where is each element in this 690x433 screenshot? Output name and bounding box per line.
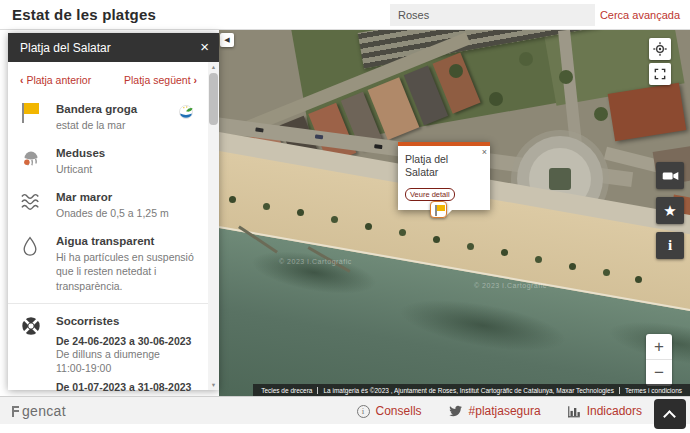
prev-chevron-icon: ‹	[20, 74, 24, 86]
list-item-jellyfish: Meduses Urticant	[8, 138, 219, 182]
satellite-map[interactable]: © 2023 I.Cartogràfic © 2023 I.Cartogràfi…	[219, 30, 690, 396]
footer-link-platjasegura[interactable]: #platjasegura	[448, 404, 541, 418]
list-item-flag: Bandera groga estat de la mar	[8, 94, 219, 138]
popup-close-icon[interactable]: ×	[482, 148, 487, 157]
item-subtitle: Hi ha partícules en suspensió que li res…	[56, 250, 197, 293]
advanced-search-link[interactable]: Cerca avançada	[600, 9, 680, 21]
droplet-icon	[20, 234, 46, 292]
item-title: Socorristes	[56, 314, 191, 329]
panel-collapse-button[interactable]: ◀	[220, 33, 234, 47]
beach-flag-marker[interactable]	[430, 201, 447, 218]
map-palm-trees	[229, 196, 236, 203]
map-watermark: © 2023 I.Cartogràfic	[474, 282, 547, 289]
schedule-period: De 01-07-2023 a 31-08-2023	[56, 381, 191, 393]
info-icon: i	[668, 237, 672, 254]
top-header: Estat de les platges Cerca avançada	[0, 0, 690, 30]
panel-scrollbar: ▲ ▼	[208, 62, 219, 390]
fullscreen-button[interactable]	[649, 63, 671, 85]
item-title: Mar maror	[56, 190, 169, 205]
fullscreen-icon	[653, 67, 667, 81]
gencat-mark-icon	[12, 406, 20, 417]
map-roundabout-center	[549, 168, 571, 190]
twitter-bird-icon	[448, 405, 463, 418]
footer-link-indicadors[interactable]: Indicadors	[567, 404, 642, 418]
map-building	[608, 83, 687, 142]
yellow-flag-icon	[20, 102, 46, 132]
search-input[interactable]	[390, 4, 595, 26]
favorites-button[interactable]: ★	[656, 197, 684, 224]
map-trees	[519, 52, 533, 66]
scrollbar-thumb[interactable]	[209, 73, 218, 125]
info-button[interactable]: i	[656, 232, 684, 259]
panel-header: Platja del Salatar ×	[8, 33, 219, 62]
schedule-hours: 11:00-19:00	[56, 361, 191, 375]
scroll-to-top-button[interactable]	[654, 399, 686, 429]
chevron-up-icon	[663, 410, 676, 423]
terms-link[interactable]: Termes i condicions	[619, 387, 687, 394]
list-item-sea-state: Mar maror Onades de 0,5 a 1,25 m	[8, 182, 219, 226]
star-icon: ★	[663, 202, 676, 220]
zoom-in-button[interactable]: +	[646, 334, 672, 360]
eco-quality-badge-icon	[177, 104, 195, 120]
beach-detail-panel: Platja del Salatar × ‹ Platja anterior P…	[8, 33, 219, 390]
collapse-arrow-icon: ◀	[224, 36, 229, 44]
next-beach-link[interactable]: Platja següent ›	[124, 74, 197, 86]
item-subtitle: Urticant	[56, 162, 105, 176]
item-title: Meduses	[56, 146, 105, 161]
footer-bar: gencat i Consells #platjasegura Indicado…	[0, 396, 690, 424]
next-chevron-icon: ›	[194, 74, 198, 86]
item-title: Aigua transparent	[56, 234, 197, 249]
video-camera-icon	[662, 169, 679, 183]
jellyfish-icon	[20, 146, 46, 176]
map-attribution: Tecles de drecera La imatgeria és ©2023 …	[253, 384, 690, 396]
item-subtitle: Onades de 0,5 a 1,25 m	[56, 206, 169, 220]
zoom-control: + −	[646, 334, 672, 386]
scroll-up-icon[interactable]: ▲	[208, 62, 219, 72]
imagery-credit: La imatgeria és ©2023 , Ajuntament de Ro…	[317, 387, 618, 394]
schedule-days: De dilluns a diumenge	[56, 347, 191, 361]
scroll-down-icon[interactable]: ▼	[208, 380, 219, 390]
waves-icon	[20, 190, 46, 220]
shortcuts-link[interactable]: Tecles de drecera	[256, 387, 317, 394]
map-popup: × Platja del Salatar Veure detall	[398, 142, 490, 210]
map-watermark: © 2023 I.Cartogràfic	[279, 258, 352, 265]
item-subtitle: estat de la mar	[56, 118, 137, 132]
info-circle-icon: i	[357, 405, 370, 418]
bar-chart-icon	[567, 405, 581, 418]
list-item-water-quality: Aigua transparent Hi ha partícules en su…	[8, 226, 219, 298]
panel-title: Platja del Salatar	[20, 41, 111, 55]
item-title: Bandera groga	[56, 102, 137, 117]
footer-link-consells[interactable]: i Consells	[357, 404, 422, 418]
footer-links: i Consells #platjasegura Indicadors	[357, 397, 642, 425]
schedule-period: De 24-06-2023 a 30-06-2023	[56, 335, 191, 347]
gencat-logo[interactable]: gencat	[12, 403, 66, 419]
zoom-out-button[interactable]: −	[646, 360, 672, 386]
app-window: Estat de les platges Cerca avançada	[0, 0, 690, 433]
panel-close-icon[interactable]: ×	[200, 39, 209, 54]
prev-beach-link[interactable]: ‹ Platja anterior	[20, 74, 91, 86]
locate-me-button[interactable]	[649, 38, 671, 60]
popup-detail-link[interactable]: Veure detall	[405, 188, 455, 201]
page-title: Estat de les platges	[12, 6, 156, 23]
popup-title: Platja del Salatar	[405, 153, 483, 179]
webcam-button[interactable]	[656, 162, 684, 189]
beach-pager: ‹ Platja anterior Platja següent ›	[8, 62, 219, 94]
locate-icon	[652, 41, 668, 57]
